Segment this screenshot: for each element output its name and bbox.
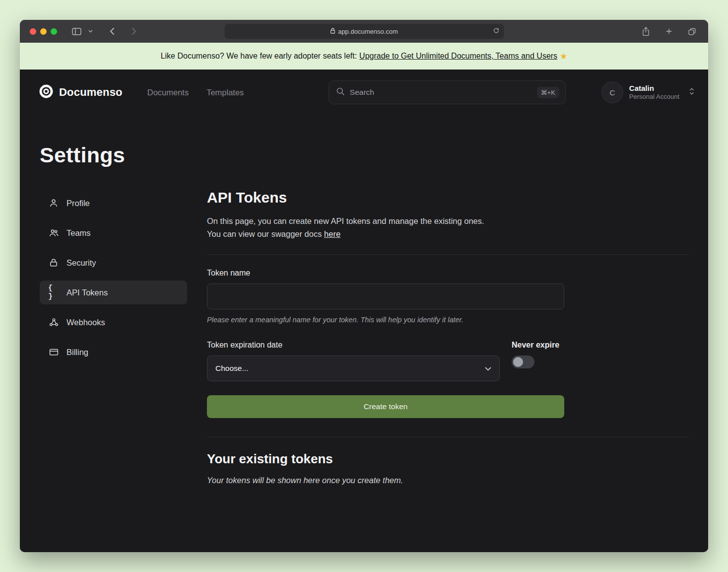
sidebar-item-label: Profile xyxy=(66,199,90,208)
account-menu[interactable]: C Catalin Personal Account xyxy=(601,81,695,103)
expiration-select[interactable]: Choose... xyxy=(207,356,500,381)
zoom-window-button[interactable] xyxy=(51,28,57,35)
credit-card-icon xyxy=(48,347,59,357)
users-icon xyxy=(48,228,59,238)
chevron-up-down-icon xyxy=(688,87,695,98)
search-input[interactable] xyxy=(350,88,532,97)
expiration-value: Choose... xyxy=(215,364,248,373)
braces-icon: { } xyxy=(48,284,59,301)
minimize-window-button[interactable] xyxy=(40,28,47,35)
address-bar[interactable]: app.documenso.com xyxy=(224,24,504,39)
lock-icon xyxy=(48,258,59,268)
account-name: Catalin xyxy=(629,83,679,93)
account-type: Personal Account xyxy=(629,93,679,101)
section-description: On this page, you can create new API tok… xyxy=(207,216,484,225)
star-icon: ★ xyxy=(560,51,567,62)
toolbar-right-icons xyxy=(640,25,698,38)
never-expire-label: Never expire xyxy=(512,341,564,350)
existing-tokens-empty-message: Your tokens will be shown here once you … xyxy=(207,476,689,485)
section-title: API Tokens xyxy=(207,189,689,206)
sidebar-item-label: Webhooks xyxy=(66,318,105,327)
nav-templates[interactable]: Templates xyxy=(206,88,244,97)
expiration-label: Token expiration date xyxy=(207,341,500,350)
forward-button[interactable] xyxy=(130,25,138,37)
new-tab-icon[interactable] xyxy=(663,25,675,37)
webhook-icon xyxy=(48,317,59,327)
token-name-label: Token name xyxy=(207,269,689,278)
search-shortcut-badge: ⌘+K xyxy=(537,87,559,98)
url-text: app.documenso.com xyxy=(338,28,398,35)
sidebar-item-label: Security xyxy=(66,258,96,268)
global-search[interactable]: ⌘+K xyxy=(329,80,566,104)
sidebar-item-teams[interactable]: Teams xyxy=(40,221,187,245)
toggle-knob xyxy=(513,357,523,367)
app-header: Documenso Documents Templates ⌘+K C Cata… xyxy=(20,70,708,115)
user-icon xyxy=(48,198,59,208)
divider xyxy=(207,254,689,255)
chevron-down-icon xyxy=(485,364,491,373)
upgrade-link[interactable]: Upgrade to Get Unlimited Documents, Team… xyxy=(359,52,557,61)
swagger-docs-link[interactable]: here xyxy=(324,229,340,238)
page-title: Settings xyxy=(40,143,689,167)
sidebar-item-label: Billing xyxy=(66,348,88,357)
nav-documents[interactable]: Documents xyxy=(147,88,189,97)
settings-sidebar: Profile Teams Security xyxy=(40,191,187,485)
sidebar-toggle-icon[interactable] xyxy=(70,26,83,37)
brand[interactable]: Documenso xyxy=(39,84,123,101)
sidebar-item-profile[interactable]: Profile xyxy=(40,191,187,215)
docs-text: You can view our swagger docs xyxy=(207,229,324,238)
close-window-button[interactable] xyxy=(30,28,36,35)
avatar: C xyxy=(601,81,623,103)
settings-page: Settings Profile Teams xyxy=(20,143,708,505)
back-button[interactable] xyxy=(108,25,117,37)
api-tokens-panel: API Tokens On this page, you can create … xyxy=(207,191,689,485)
sidebar-item-api-tokens[interactable]: { } API Tokens xyxy=(40,281,187,304)
sidebar-item-label: API Tokens xyxy=(66,288,108,297)
tab-overview-icon[interactable] xyxy=(686,25,698,38)
main-nav: Documents Templates xyxy=(147,88,244,97)
brand-name: Documenso xyxy=(59,86,123,99)
banner-text: Like Documenso? We have few early adopte… xyxy=(161,52,357,61)
reload-icon[interactable] xyxy=(493,27,499,35)
toolbar-left-icons xyxy=(70,26,95,37)
existing-tokens-title: Your existing tokens xyxy=(207,451,689,467)
sidebar-item-billing[interactable]: Billing xyxy=(40,340,187,364)
promo-banner: Like Documenso? We have few early adopte… xyxy=(20,43,708,70)
share-icon[interactable] xyxy=(640,25,652,38)
divider xyxy=(207,437,689,437)
token-name-help: Please enter a meaningful name for your … xyxy=(207,316,689,324)
create-token-button[interactable]: Create token xyxy=(207,395,564,418)
sidebar-item-label: Teams xyxy=(66,228,91,238)
browser-titlebar: app.documenso.com xyxy=(20,20,708,43)
token-name-input[interactable] xyxy=(207,284,564,309)
history-nav xyxy=(108,25,138,37)
documenso-app: Documenso Documents Templates ⌘+K C Cata… xyxy=(20,70,708,552)
sidebar-chevron-down-icon[interactable] xyxy=(86,28,95,35)
search-icon xyxy=(336,87,345,98)
never-expire-toggle[interactable] xyxy=(512,356,534,368)
window-controls xyxy=(30,28,57,35)
browser-window: app.documenso.com Like Documenso? We hav… xyxy=(20,20,708,552)
documenso-logo-icon xyxy=(39,84,54,101)
lock-icon xyxy=(330,28,335,35)
sidebar-item-webhooks[interactable]: Webhooks xyxy=(40,310,187,334)
sidebar-item-security[interactable]: Security xyxy=(40,251,187,275)
